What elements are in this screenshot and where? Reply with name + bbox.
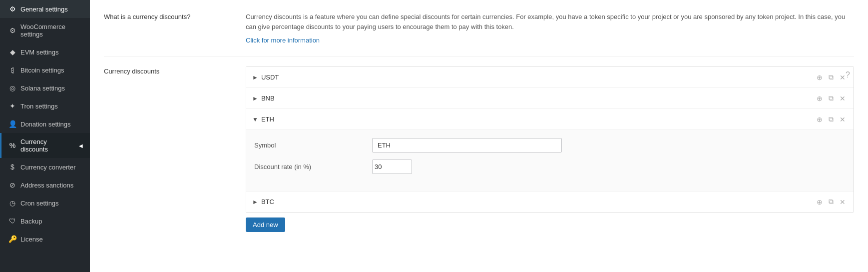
active-arrow: ◀ bbox=[79, 143, 83, 148]
sidebar-item-label: Backup bbox=[20, 218, 42, 225]
discount-rate-input[interactable] bbox=[372, 160, 412, 174]
currency-header-bnb[interactable]: ► BNB ⊕ ⧉ ✕ bbox=[246, 88, 854, 108]
sidebar-item-label: Currency discounts bbox=[20, 138, 75, 153]
chevron-right-icon: ► bbox=[252, 74, 258, 81]
sidebar-item-license[interactable]: 🔑 License bbox=[0, 230, 90, 248]
sidebar-item-solana-settings[interactable]: ◎ Solana settings bbox=[0, 79, 90, 97]
sidebar-item-woocommerce-settings[interactable]: ⚙ WooCommerce settings bbox=[0, 18, 90, 43]
sidebar-item-evm-settings[interactable]: ◆ EVM settings bbox=[0, 43, 90, 61]
currency-item-btc: ► BTC ⊕ ⧉ ✕ bbox=[246, 192, 854, 212]
discount-input-wrapper bbox=[372, 160, 412, 174]
move-icon[interactable]: ⊕ bbox=[815, 94, 825, 104]
currency-discounts-section: Currency discounts ? ► USDT ⊕ ⧉ ✕ bbox=[104, 66, 854, 232]
remove-icon[interactable]: ✕ bbox=[838, 114, 848, 124]
solana-icon: ◎ bbox=[8, 84, 16, 92]
info-section-label: What is a currency discounts? bbox=[104, 12, 234, 44]
sidebar-item-label: Cron settings bbox=[20, 200, 59, 207]
sidebar-item-currency-converter[interactable]: $ Currency converter bbox=[0, 158, 90, 176]
sidebar-item-cron-settings[interactable]: ◷ Cron settings bbox=[0, 194, 90, 212]
chevron-right-icon: ► bbox=[252, 198, 258, 206]
person-icon: 👤 bbox=[8, 120, 16, 128]
sidebar-item-general-settings[interactable]: ⚙ General settings bbox=[0, 0, 90, 18]
remove-icon[interactable]: ✕ bbox=[838, 94, 848, 104]
currency-actions-btc: ⊕ ⧉ ✕ bbox=[815, 196, 848, 207]
sidebar-item-label: Bitcoin settings bbox=[20, 66, 64, 74]
copy-icon[interactable]: ⧉ bbox=[827, 93, 836, 104]
currency-name-eth: ETH bbox=[261, 116, 815, 123]
sidebar-item-label: Tron settings bbox=[20, 102, 58, 110]
tron-icon: ✦ bbox=[8, 102, 16, 110]
sidebar-item-donation-settings[interactable]: 👤 Donation settings bbox=[0, 115, 90, 133]
bitcoin-icon: ₿ bbox=[8, 66, 16, 74]
sidebar-item-bitcoin-settings[interactable]: ₿ Bitcoin settings bbox=[0, 61, 90, 79]
symbol-input-wrapper bbox=[372, 138, 562, 152]
diamond-icon: ◆ bbox=[8, 48, 16, 56]
copy-icon[interactable]: ⧉ bbox=[827, 114, 836, 124]
info-section-content: Currency discounts is a feature where yo… bbox=[246, 12, 854, 44]
sidebar-item-label: EVM settings bbox=[20, 48, 59, 56]
percent-icon: % bbox=[8, 142, 16, 150]
sidebar-item-label: Currency converter bbox=[20, 164, 76, 171]
currency-list: ► USDT ⊕ ⧉ ✕ ► BNB bbox=[246, 66, 854, 212]
currency-name-bnb: BNB bbox=[261, 94, 815, 102]
sidebar-item-label: WooCommerce settings bbox=[20, 23, 83, 38]
currency-header-btc[interactable]: ► BTC ⊕ ⧉ ✕ bbox=[246, 192, 854, 212]
gear-icon: ⚙ bbox=[8, 5, 16, 13]
symbol-input[interactable] bbox=[372, 138, 562, 152]
sidebar-item-label: Address sanctions bbox=[20, 182, 73, 189]
currency-header-eth[interactable]: ▼ ETH ⊕ ⧉ ✕ bbox=[246, 109, 854, 130]
sidebar-item-backup[interactable]: 🛡 Backup bbox=[0, 212, 90, 230]
copy-icon[interactable]: ⧉ bbox=[827, 196, 836, 207]
dollar-icon: $ bbox=[8, 163, 16, 171]
ban-icon: ⊘ bbox=[8, 181, 16, 189]
info-section: What is a currency discounts? Currency d… bbox=[104, 12, 854, 44]
sidebar-item-label: Solana settings bbox=[20, 84, 65, 92]
info-link[interactable]: Click for more information bbox=[246, 36, 320, 44]
move-icon[interactable]: ⊕ bbox=[815, 72, 825, 82]
sidebar: ⚙ General settings ⚙ WooCommerce setting… bbox=[0, 0, 90, 272]
main-content: What is a currency discounts? Currency d… bbox=[90, 0, 868, 272]
sidebar-item-label: Donation settings bbox=[20, 120, 70, 128]
symbol-label: Symbol bbox=[254, 142, 364, 149]
copy-icon[interactable]: ⧉ bbox=[827, 72, 836, 82]
currency-item-usdt: ► USDT ⊕ ⧉ ✕ bbox=[246, 67, 854, 88]
remove-icon[interactable]: ✕ bbox=[838, 197, 848, 207]
discount-label: Discount rate (in %) bbox=[254, 163, 364, 170]
clock-icon: ◷ bbox=[8, 199, 16, 207]
currency-actions-eth: ⊕ ⧉ ✕ bbox=[815, 114, 848, 124]
currency-header-usdt[interactable]: ► USDT ⊕ ⧉ ✕ bbox=[246, 67, 854, 88]
sidebar-item-tron-settings[interactable]: ✦ Tron settings bbox=[0, 97, 90, 115]
info-description: Currency discounts is a feature where yo… bbox=[246, 12, 854, 32]
shield-icon: 🛡 bbox=[8, 217, 16, 225]
sidebar-item-currency-discounts[interactable]: % Currency discounts ◀ bbox=[0, 133, 90, 158]
currency-actions-usdt: ⊕ ⧉ ✕ bbox=[815, 72, 848, 82]
chevron-right-icon: ► bbox=[252, 95, 258, 102]
currency-item-bnb: ► BNB ⊕ ⧉ ✕ bbox=[246, 88, 854, 109]
add-new-button[interactable]: Add new bbox=[246, 218, 285, 232]
divider bbox=[104, 56, 854, 56]
gear-icon: ⚙ bbox=[8, 26, 16, 34]
currency-name-btc: BTC bbox=[261, 198, 815, 206]
discount-field-row: Discount rate (in %) bbox=[254, 160, 846, 174]
key-icon: 🔑 bbox=[8, 235, 16, 243]
move-icon[interactable]: ⊕ bbox=[815, 197, 825, 207]
help-icon[interactable]: ? bbox=[846, 70, 850, 80]
currency-discounts-label: Currency discounts bbox=[104, 66, 234, 232]
sidebar-item-label: General settings bbox=[20, 6, 68, 13]
symbol-field-row: Symbol bbox=[254, 138, 846, 152]
currency-discounts-content: ? ► USDT ⊕ ⧉ ✕ bbox=[246, 66, 854, 232]
chevron-down-icon: ▼ bbox=[252, 116, 258, 123]
sidebar-item-label: License bbox=[20, 236, 43, 243]
currency-name-usdt: USDT bbox=[261, 74, 815, 81]
move-icon[interactable]: ⊕ bbox=[815, 114, 825, 124]
currency-item-eth: ▼ ETH ⊕ ⧉ ✕ Symbol bbox=[246, 109, 854, 192]
sidebar-item-address-sanctions[interactable]: ⊘ Address sanctions bbox=[0, 176, 90, 194]
currency-actions-bnb: ⊕ ⧉ ✕ bbox=[815, 93, 848, 104]
currency-body-eth: Symbol Discount rate (in %) bbox=[246, 130, 854, 191]
